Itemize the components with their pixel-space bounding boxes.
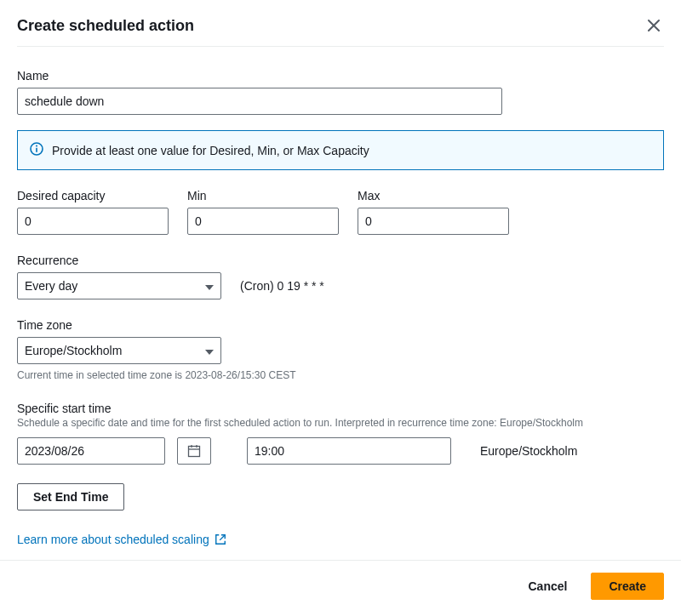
start-timezone-label: Europe/Stockholm <box>480 444 577 458</box>
start-time-label: Specific start time <box>17 402 664 415</box>
recurrence-select[interactable] <box>17 272 221 299</box>
close-button[interactable] <box>644 15 664 36</box>
min-capacity-field: Min <box>187 189 339 235</box>
min-capacity-input[interactable] <box>187 208 339 235</box>
set-end-time-button[interactable]: Set End Time <box>17 483 124 510</box>
learn-more-link[interactable]: Learn more about scheduled scaling <box>17 533 226 546</box>
max-capacity-label: Max <box>358 189 509 202</box>
cancel-button[interactable]: Cancel <box>512 573 582 600</box>
modal-footer: Cancel Create <box>0 560 681 612</box>
max-capacity-input[interactable] <box>358 208 509 235</box>
capacity-row: Desired capacity Min Max <box>17 189 664 235</box>
desired-capacity-label: Desired capacity <box>17 189 169 202</box>
name-field: Name <box>17 69 664 115</box>
cron-expression: (Cron) 0 19 * * * <box>240 279 324 293</box>
timezone-select[interactable] <box>17 337 221 364</box>
create-scheduled-action-modal: Create scheduled action Name Provide at … <box>0 0 681 560</box>
name-label: Name <box>17 69 664 83</box>
start-time-row: Europe/Stockholm <box>17 437 664 465</box>
svg-rect-3 <box>189 447 200 457</box>
svg-rect-2 <box>36 148 37 152</box>
calendar-button[interactable] <box>177 437 211 465</box>
close-icon <box>647 19 661 32</box>
info-banner: Provide at least one value for Desired, … <box>17 130 664 170</box>
external-link-icon <box>215 533 226 545</box>
modal-header: Create scheduled action <box>17 15 664 47</box>
start-time-field: Specific start time Schedule a specific … <box>17 402 664 465</box>
svg-point-1 <box>36 145 37 147</box>
timezone-label: Time zone <box>17 318 664 332</box>
timezone-select-value[interactable] <box>17 337 221 364</box>
start-time-input[interactable] <box>247 437 451 465</box>
min-capacity-label: Min <box>187 189 339 202</box>
recurrence-select-value[interactable] <box>17 272 221 299</box>
desired-capacity-field: Desired capacity <box>17 189 169 235</box>
learn-more-text: Learn more about scheduled scaling <box>17 533 209 546</box>
modal-title: Create scheduled action <box>17 17 194 35</box>
info-icon <box>30 142 43 158</box>
start-date-input[interactable] <box>17 437 165 465</box>
svg-line-7 <box>220 535 225 540</box>
start-time-sub: Schedule a specific date and time for th… <box>17 417 664 429</box>
recurrence-field: Recurrence (Cron) 0 19 * * * <box>17 254 664 299</box>
name-input[interactable] <box>17 88 502 115</box>
max-capacity-field: Max <box>358 189 509 235</box>
timezone-field: Time zone Current time in selected time … <box>17 318 664 381</box>
info-message: Provide at least one value for Desired, … <box>52 144 369 157</box>
timezone-hint: Current time in selected time zone is 20… <box>17 369 664 381</box>
desired-capacity-input[interactable] <box>17 208 169 235</box>
calendar-icon <box>187 444 201 458</box>
create-button[interactable]: Create <box>591 573 664 600</box>
recurrence-label: Recurrence <box>17 254 664 267</box>
